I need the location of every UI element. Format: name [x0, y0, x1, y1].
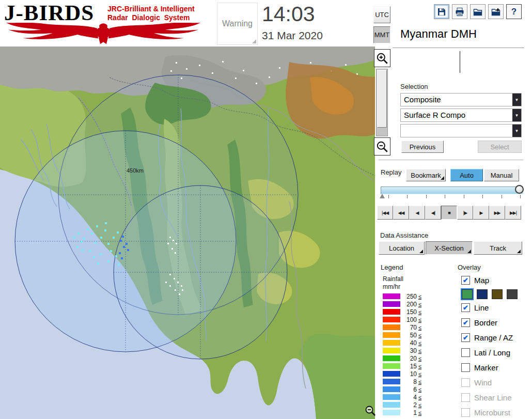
x-section-button[interactable]: X-Section [426, 241, 473, 255]
replay-section-label: Replay [381, 168, 401, 176]
legend-value: 40 [403, 339, 417, 347]
legend-color-swatch [383, 371, 400, 377]
legend-color-swatch [383, 293, 400, 299]
floppy-icon [436, 7, 447, 17]
map-checkbox[interactable]: ✔ [461, 276, 470, 285]
overlay-list: ✔Map✔Line✔Border✔Range / AZLati / LongMa… [461, 273, 529, 419]
auto-button[interactable]: Auto [450, 169, 483, 181]
clock-time: 14:03 [262, 2, 315, 26]
slider-tick [445, 195, 445, 198]
legend-scale: 250≤200≤150≤100≤70≤50≤40≤30≤20≤15≤10≤8≤6… [383, 292, 421, 416]
legend-color-swatch [383, 317, 400, 322]
location-button[interactable]: Location [379, 241, 425, 255]
play-button[interactable]: ▶ [473, 206, 489, 220]
chevron-down-icon[interactable]: ▼ [512, 125, 521, 137]
map-style-swatch-2[interactable] [477, 289, 488, 299]
mmt-button[interactable]: MMT [373, 26, 390, 43]
elevation-dropdown[interactable]: ▼ [400, 124, 522, 137]
product-list-box[interactable] [395, 50, 524, 74]
slider-handle[interactable] [515, 185, 524, 194]
stop-button[interactable]: ■ [441, 206, 457, 220]
overlay-item-border[interactable]: ✔Border [461, 315, 529, 330]
overlay-item-label: Wind [474, 378, 492, 387]
line-checkbox[interactable]: ✔ [461, 303, 470, 312]
radar-map-svg[interactable]: 450km [0, 46, 375, 419]
overlay-item-range-az[interactable]: ✔Range / AZ [461, 330, 529, 345]
map-style-swatch-3[interactable] [492, 289, 503, 299]
microburst-checkbox[interactable] [461, 408, 470, 417]
overlay-item-label: Lati / Long [474, 348, 510, 357]
save-button[interactable] [434, 4, 449, 19]
range-az-checkbox[interactable]: ✔ [461, 333, 470, 342]
map-style-swatches [461, 288, 529, 300]
manual-button[interactable]: Manual [484, 169, 519, 181]
lati-long-checkbox[interactable] [461, 348, 470, 357]
radar-map-area[interactable]: 450km [0, 46, 375, 419]
overlay-item-line[interactable]: ✔Line [461, 300, 529, 315]
legend-value: 6 [403, 386, 417, 393]
track-button[interactable]: Track [474, 241, 522, 255]
fast-forward-button[interactable]: ▶▶ [489, 206, 505, 220]
step-forward-button[interactable]: |▶ [457, 206, 473, 220]
skip-to-end-button[interactable]: ▶▶| [505, 206, 521, 220]
skip-to-start-button[interactable]: |◀◀ [377, 206, 393, 220]
step-backward-button[interactable]: ◀| [425, 206, 441, 220]
overlay-item-map[interactable]: ✔Map [461, 273, 529, 288]
overlay-item-label: Map [474, 276, 489, 285]
overlay-item-wind[interactable]: Wind [461, 375, 529, 390]
legend-suffix: ≤ [418, 340, 421, 346]
overlay-item-label: Line [474, 303, 489, 312]
chevron-down-icon[interactable]: ▼ [512, 109, 521, 121]
wind-checkbox[interactable] [461, 378, 470, 387]
list-divider-line [460, 51, 460, 73]
app-logo-subtitle-2: Radar Dialogic System [107, 13, 190, 22]
border-checkbox[interactable]: ✔ [461, 318, 470, 327]
folder-icon [473, 7, 483, 17]
range-ring-label: 450km [127, 167, 144, 174]
overlay-item-marker[interactable]: Marker [461, 360, 529, 375]
product-dropdown[interactable]: Surface R Compo ▼ [400, 108, 522, 122]
clock-date: 31 Mar 2020 [262, 29, 323, 42]
legend-suffix: ≤ [418, 355, 421, 362]
map-style-swatch-1[interactable] [462, 289, 473, 299]
map-style-swatch-4[interactable] [507, 289, 518, 299]
overlay-item-label: Marker [474, 363, 498, 372]
slider-tick [426, 195, 427, 198]
app-logo-title: J-BIRDS [4, 0, 94, 25]
overlay-item-shear-line[interactable]: Shear Line [461, 390, 529, 405]
overlay-item-microburst[interactable]: Microburst [461, 405, 529, 419]
overlay-item-lati-long[interactable]: Lati / Long [461, 345, 529, 360]
composite-dropdown-value: Composite [404, 95, 441, 104]
legend-row: 10≤ [383, 370, 421, 378]
utc-button[interactable]: UTC [373, 6, 390, 23]
print-button[interactable] [452, 4, 467, 19]
legend-value: 50 [403, 332, 417, 339]
legend-suffix: ≤ [418, 379, 421, 385]
slider-tick [502, 195, 502, 198]
select-button[interactable]: Select [478, 141, 522, 153]
legend-row: 50≤ [383, 331, 421, 339]
export-button[interactable] [488, 4, 504, 19]
overlay-item-label: Microburst [474, 408, 510, 417]
fast-rewind-button[interactable]: ◀◀ [393, 206, 409, 220]
help-button[interactable]: ? [506, 4, 522, 19]
legend-color-swatch [383, 363, 400, 369]
zoom-scrollbar-thumb[interactable] [377, 70, 387, 128]
legend-value: 4 [403, 394, 417, 401]
zoom-in-button[interactable] [374, 49, 390, 67]
previous-button[interactable]: Previous [401, 141, 444, 153]
overlay-item-label: Range / AZ [474, 333, 513, 342]
chevron-down-icon[interactable]: ▼ [512, 94, 521, 106]
zoom-scrollbar[interactable] [376, 69, 388, 136]
overlay-section-label: Overlay [458, 263, 481, 271]
bookmark-button[interactable]: Bookmark [406, 169, 446, 181]
replay-seek-slider[interactable] [381, 187, 523, 194]
marker-checkbox[interactable] [461, 363, 470, 372]
shear-line-checkbox[interactable] [461, 393, 470, 402]
zoom-out-button[interactable] [374, 137, 390, 156]
open-file-button[interactable] [470, 4, 486, 19]
play-backward-button[interactable]: ◀ [409, 206, 425, 220]
map-zoom-out-corner-button[interactable] [364, 405, 377, 418]
overlay-item-label: Border [474, 318, 497, 327]
composite-dropdown[interactable]: Composite ▼ [400, 93, 522, 106]
